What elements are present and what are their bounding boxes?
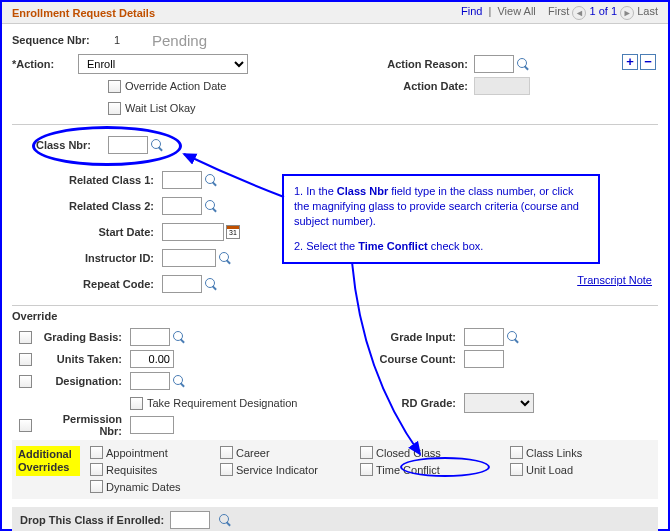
wait-list-okay-checkbox[interactable] bbox=[108, 102, 121, 115]
course-count-label: Course Count: bbox=[372, 353, 464, 365]
action-label: *Action: bbox=[12, 58, 78, 70]
related-class-1-label: Related Class 1: bbox=[62, 174, 162, 186]
action-reason-label: Action Reason: bbox=[382, 58, 474, 70]
service-indicator-label: Service Indicator bbox=[236, 464, 318, 476]
prev-arrow-icon[interactable]: ◄ bbox=[572, 6, 586, 20]
last-label: Last bbox=[637, 5, 658, 17]
closed-class-checkbox[interactable] bbox=[360, 446, 373, 459]
action-select[interactable]: Enroll bbox=[78, 54, 248, 74]
instruction-callout: 1. In the Class Nbr field type in the cl… bbox=[282, 174, 600, 264]
permission-nbr-label: Permission Nbr: bbox=[38, 413, 130, 437]
lookup-icon[interactable] bbox=[204, 199, 218, 213]
time-conflict-checkbox[interactable] bbox=[360, 463, 373, 476]
instructor-id-label: Instructor ID: bbox=[62, 252, 162, 264]
additional-overrides-label: Additional Overrides bbox=[16, 446, 80, 476]
career-label: Career bbox=[236, 447, 270, 459]
class-links-label: Class Links bbox=[526, 447, 582, 459]
drop-this-class-label: Drop This Class if Enrolled: bbox=[20, 514, 164, 526]
designation-input[interactable] bbox=[130, 372, 170, 390]
units-taken-label: Units Taken: bbox=[38, 353, 130, 365]
lookup-icon[interactable] bbox=[204, 277, 218, 291]
find-link[interactable]: Find bbox=[461, 5, 482, 17]
related-class-2-input[interactable] bbox=[162, 197, 202, 215]
calendar-icon[interactable] bbox=[226, 225, 240, 239]
rd-grade-label: RD Grade: bbox=[372, 397, 464, 409]
grade-input-label: Grade Input: bbox=[372, 331, 464, 343]
lookup-icon[interactable] bbox=[506, 330, 520, 344]
requisites-checkbox[interactable] bbox=[90, 463, 103, 476]
requisites-label: Requisites bbox=[106, 464, 157, 476]
drop-this-class-input[interactable] bbox=[170, 511, 210, 529]
closed-class-label: Closed Class bbox=[376, 447, 441, 459]
lookup-icon[interactable] bbox=[172, 374, 186, 388]
transcript-note-link[interactable]: Transcript Note bbox=[577, 274, 652, 286]
grading-basis-label: Grading Basis: bbox=[38, 331, 130, 343]
dynamic-dates-label: Dynamic Dates bbox=[106, 481, 181, 493]
lookup-icon[interactable] bbox=[516, 57, 530, 71]
course-count-input[interactable] bbox=[464, 350, 504, 368]
grading-basis-override-checkbox[interactable] bbox=[19, 331, 32, 344]
designation-override-checkbox[interactable] bbox=[19, 375, 32, 388]
service-indicator-checkbox[interactable] bbox=[220, 463, 233, 476]
first-label: First bbox=[548, 5, 569, 17]
repeat-code-label: Repeat Code: bbox=[62, 278, 162, 290]
time-conflict-label: Time Conflict bbox=[376, 464, 440, 476]
next-arrow-icon[interactable]: ► bbox=[620, 6, 634, 20]
action-date-label: Action Date: bbox=[382, 80, 474, 92]
instructor-id-input[interactable] bbox=[162, 249, 216, 267]
permission-nbr-override-checkbox[interactable] bbox=[19, 419, 32, 432]
lookup-icon[interactable] bbox=[218, 513, 232, 527]
start-date-label: Start Date: bbox=[62, 226, 162, 238]
override-title: Override bbox=[12, 310, 658, 322]
override-action-date-label: Override Action Date bbox=[125, 80, 227, 92]
override-action-date-checkbox[interactable] bbox=[108, 80, 121, 93]
start-date-input[interactable] bbox=[162, 223, 224, 241]
class-links-checkbox[interactable] bbox=[510, 446, 523, 459]
sequence-nbr-label: Sequence Nbr: bbox=[12, 34, 102, 46]
unit-load-checkbox[interactable] bbox=[510, 463, 523, 476]
repeat-code-input[interactable] bbox=[162, 275, 202, 293]
class-nbr-label: Class Nbr: bbox=[36, 139, 108, 151]
units-taken-input[interactable] bbox=[130, 350, 174, 368]
permission-nbr-input[interactable] bbox=[130, 416, 174, 434]
rd-grade-select[interactable] bbox=[464, 393, 534, 413]
action-date-value bbox=[474, 77, 530, 95]
lookup-icon[interactable] bbox=[172, 330, 186, 344]
units-taken-override-checkbox[interactable] bbox=[19, 353, 32, 366]
add-row-button[interactable]: + bbox=[622, 54, 638, 70]
class-nbr-input[interactable] bbox=[108, 136, 148, 154]
record-position: 1 of 1 bbox=[590, 5, 618, 17]
take-req-designation-checkbox[interactable] bbox=[130, 397, 143, 410]
take-req-designation-label: Take Requirement Designation bbox=[147, 397, 297, 409]
section-title: Enrollment Request Details bbox=[12, 7, 155, 19]
status-text: Pending bbox=[152, 32, 207, 49]
career-checkbox[interactable] bbox=[220, 446, 233, 459]
related-class-2-label: Related Class 2: bbox=[62, 200, 162, 212]
sequence-nbr-value: 1 bbox=[102, 34, 132, 46]
grading-basis-input[interactable] bbox=[130, 328, 170, 346]
designation-label: Designation: bbox=[38, 375, 130, 387]
appointment-checkbox[interactable] bbox=[90, 446, 103, 459]
related-class-1-input[interactable] bbox=[162, 171, 202, 189]
lookup-icon[interactable] bbox=[150, 138, 164, 152]
grade-input-input[interactable] bbox=[464, 328, 504, 346]
wait-list-okay-label: Wait List Okay bbox=[125, 102, 196, 114]
lookup-icon[interactable] bbox=[218, 251, 232, 265]
appointment-label: Appointment bbox=[106, 447, 168, 459]
action-reason-input[interactable] bbox=[474, 55, 514, 73]
dynamic-dates-checkbox[interactable] bbox=[90, 480, 103, 493]
unit-load-label: Unit Load bbox=[526, 464, 573, 476]
lookup-icon[interactable] bbox=[204, 173, 218, 187]
view-all[interactable]: View All bbox=[497, 5, 535, 17]
delete-row-button[interactable]: − bbox=[640, 54, 656, 70]
record-nav: Find | View All First ◄ 1 of 1 ► Last bbox=[461, 5, 658, 19]
